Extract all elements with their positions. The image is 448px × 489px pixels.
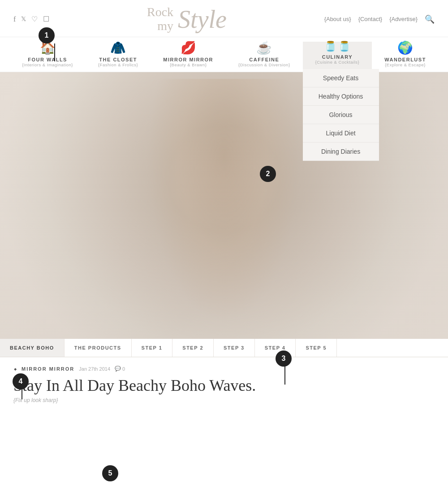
tab-step-2[interactable]: STEP 2 [172, 339, 214, 357]
caffeine-icon: ☕ [256, 42, 272, 54]
annotation-3: 3 [276, 351, 292, 367]
twitter-icon[interactable]: 𝕏 [21, 15, 26, 23]
social-icons: f 𝕏 ♡ ☐ [13, 15, 49, 23]
tab-the-products[interactable]: THE PRODUCTS [65, 339, 132, 357]
dropdown-speedy-eats[interactable]: Speedy Eats [303, 69, 379, 87]
four-walls-sub: {Interiors & Imagination} [22, 62, 73, 67]
article-meta: ⬥ MIRROR MIRROR Jan 27th 2014 💬 0 [13, 365, 435, 372]
nav-item-culinary[interactable]: 🫙🫙 CULINARY {Cuisine & Cocktails} Speedy… [303, 42, 372, 69]
top-bar: f 𝕏 ♡ ☐ Rock my Style {About us} {Contac… [0, 0, 448, 37]
top-right-nav: {About us} {Contact} {Advertise} 🔍 [324, 14, 435, 24]
facebook-icon[interactable]: f [13, 15, 16, 23]
mirror-mirror-icon: 💋 [181, 42, 196, 54]
article-category: MIRROR MIRROR [22, 366, 74, 372]
main-nav: 1 🏠 FOUR WALLS {Interiors & Imagination}… [0, 37, 448, 72]
dropdown-glorious[interactable]: Glorious [303, 106, 379, 124]
nav-item-four-walls[interactable]: 🏠 FOUR WALLS {Interiors & Imagination} [9, 42, 86, 72]
article-subtitle: {Fix up look sharp} [13, 397, 435, 403]
about-us-link[interactable]: {About us} [324, 16, 351, 22]
tabs-bar: BEACHY BOHO THE PRODUCTS STEP 1 STEP 2 S… [0, 339, 448, 357]
wanderlust-icon: 🌍 [397, 42, 413, 54]
mirror-mirror-label: MIRROR MIRROR [163, 57, 213, 62]
nav-item-mirror-mirror[interactable]: 💋 MIRROR MIRROR {Beauty & Brawn} [151, 42, 226, 72]
annotation-2: 2 [260, 166, 276, 182]
dropdown-healthy-options[interactable]: Healthy Options [303, 87, 379, 106]
culinary-dropdown: Speedy Eats Healthy Options Glorious Liq… [303, 69, 379, 161]
nav-item-caffeine[interactable]: ☕ CAFFEINE {Discussion & Diversion} [226, 42, 303, 72]
hero-image [0, 72, 448, 339]
caffeine-sub: {Discussion & Diversion} [238, 62, 290, 67]
the-closet-label: THE CLOSET [99, 57, 137, 62]
article-comments: 💬 0 [115, 366, 125, 372]
tab-step-1[interactable]: STEP 1 [132, 339, 173, 357]
instagram-icon[interactable]: ☐ [43, 15, 49, 23]
article-category-icon: ⬥ [13, 365, 17, 372]
dropdown-dining-diaries[interactable]: Dining Diaries [303, 143, 379, 161]
culinary-label: CULINARY [322, 54, 353, 60]
logo-area: Rock my Style [49, 5, 324, 33]
tab-beachy-boho[interactable]: BEACHY BOHO [0, 339, 65, 357]
contact-link[interactable]: {Contact} [358, 16, 383, 22]
mirror-mirror-sub: {Beauty & Brawn} [170, 62, 207, 67]
logo-style: Style [178, 8, 227, 30]
the-closet-icon: 🧥 [110, 42, 126, 54]
culinary-sub: {Cuisine & Cocktails} [315, 60, 360, 65]
annotation-1: 1 [39, 27, 55, 43]
tab-step-5[interactable]: STEP 5 [296, 339, 337, 357]
article-title: Stay In All Day Beachy Boho Waves. [13, 376, 435, 395]
advertise-link[interactable]: {Advertise} [389, 16, 418, 22]
logo-rock-my: Rock my [147, 5, 173, 33]
nav-item-the-closet[interactable]: 🧥 THE CLOSET {Fashion & Frolics} [86, 42, 151, 72]
culinary-icon: 🫙🫙 [324, 42, 350, 52]
annotation-4: 4 [13, 373, 29, 389]
four-walls-icon: 🏠 [40, 42, 56, 54]
tab-step-3[interactable]: STEP 3 [214, 339, 255, 357]
annotation-5: 5 [102, 465, 118, 481]
the-closet-sub: {Fashion & Frolics} [98, 62, 138, 67]
article-date: Jan 27th 2014 [79, 366, 110, 372]
dropdown-liquid-diet[interactable]: Liquid Diet [303, 124, 379, 143]
article-section: ⬥ MIRROR MIRROR Jan 27th 2014 💬 0 Stay I… [0, 357, 448, 412]
pinterest-icon[interactable]: ♡ [31, 15, 38, 23]
wanderlust-sub: {Explore & Escape} [385, 62, 426, 67]
wanderlust-label: WANDERLUST [384, 57, 426, 62]
four-walls-label: FOUR WALLS [28, 57, 67, 62]
caffeine-label: CAFFEINE [249, 57, 279, 62]
nav-item-wanderlust[interactable]: 🌍 WANDERLUST {Explore & Escape} [372, 42, 439, 72]
search-icon[interactable]: 🔍 [425, 14, 435, 24]
comment-icon: 💬 [115, 366, 121, 372]
